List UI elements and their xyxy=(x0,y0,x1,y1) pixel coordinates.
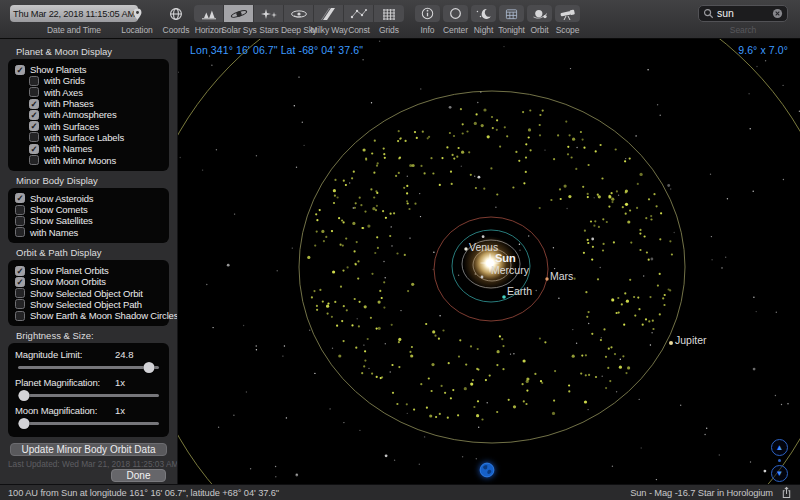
checked-checkbox[interactable]: ✓ xyxy=(15,277,25,287)
checkbox-show-selected-object-orbit[interactable]: Show Selected Object Orbit xyxy=(15,287,162,298)
info-button[interactable] xyxy=(415,5,440,22)
checkbox-label: with Phases xyxy=(44,98,94,109)
last-updated-text: Last Updated: Wed Mar 21, 2018 11:25:03 … xyxy=(8,459,169,469)
jupiter-dot[interactable] xyxy=(669,341,673,345)
done-button[interactable]: Done xyxy=(111,469,166,482)
checked-checkbox[interactable]: ✓ xyxy=(29,99,39,109)
checked-checkbox[interactable]: ✓ xyxy=(15,266,25,276)
moon-magnification-slider[interactable] xyxy=(18,422,159,425)
unchecked-checkbox[interactable] xyxy=(15,227,25,237)
slider-thumb[interactable] xyxy=(18,418,29,429)
search-value: sun xyxy=(717,6,769,21)
label-sun: Sun xyxy=(495,252,516,264)
tonight-button[interactable] xyxy=(499,5,524,22)
checkbox-show-planet-orbits[interactable]: ✓Show Planet Orbits xyxy=(15,265,162,276)
scope-button[interactable] xyxy=(555,5,580,22)
night-button[interactable] xyxy=(471,5,496,22)
earth-home-button[interactable] xyxy=(479,462,495,478)
pan-up-button[interactable]: ▲ xyxy=(771,439,788,456)
deep-sky-button[interactable] xyxy=(284,5,314,22)
center-label: Center xyxy=(443,25,468,35)
checked-checkbox[interactable]: ✓ xyxy=(15,193,25,203)
milky-way-label: Milky Way xyxy=(310,25,348,35)
unchecked-checkbox[interactable] xyxy=(15,205,25,215)
checkbox-with-minor-moons[interactable]: with Minor Moons xyxy=(15,154,162,165)
view-mode-segments: Horizon Solar Sys Stars Deep Sky xyxy=(194,5,404,35)
unchecked-checkbox[interactable] xyxy=(29,155,39,165)
saturn-icon xyxy=(230,8,248,20)
unchecked-checkbox[interactable] xyxy=(15,299,25,309)
checked-checkbox[interactable]: ✓ xyxy=(15,65,25,75)
galaxy-icon xyxy=(290,8,308,20)
checked-checkbox[interactable]: ✓ xyxy=(29,121,39,131)
unchecked-checkbox[interactable] xyxy=(15,288,25,298)
solar-sys-button[interactable] xyxy=(224,5,254,22)
milky-way-button[interactable] xyxy=(314,5,344,22)
checkbox-show-moon-orbits[interactable]: ✓Show Moon Orbits xyxy=(15,276,162,287)
checkbox-with-names[interactable]: with Names xyxy=(15,227,162,238)
unchecked-checkbox[interactable] xyxy=(29,87,39,97)
segment-horizon: Horizon xyxy=(194,5,224,35)
coords-button[interactable] xyxy=(169,5,183,22)
mercury-dot[interactable] xyxy=(481,276,484,279)
datetime-label: Date and Time xyxy=(47,25,101,35)
unchecked-checkbox[interactable] xyxy=(15,311,25,321)
unchecked-checkbox[interactable] xyxy=(15,216,25,226)
checked-checkbox[interactable]: ✓ xyxy=(29,110,39,120)
checkbox-with-grids[interactable]: with Grids xyxy=(15,75,162,86)
slider-thumb[interactable] xyxy=(18,390,29,401)
checked-checkbox[interactable]: ✓ xyxy=(29,144,39,154)
checkbox-show-selected-object-path[interactable]: Show Selected Object Path xyxy=(15,299,162,310)
checkbox-show-asteroids[interactable]: ✓Show Asteroids xyxy=(15,193,162,204)
clear-search-icon[interactable] xyxy=(772,8,783,19)
planet-magnification-slider[interactable] xyxy=(18,394,159,397)
mars-dot[interactable] xyxy=(545,277,548,280)
earth-dot[interactable] xyxy=(502,295,506,299)
checkbox-label: with Surfaces xyxy=(44,121,99,132)
checkbox-show-satellites[interactable]: Show Satellites xyxy=(15,215,162,226)
checkbox-with-phases[interactable]: ✓with Phases xyxy=(15,98,162,109)
checkbox-show-planets[interactable]: ✓Show Planets xyxy=(15,64,162,75)
checkbox-with-surface-labels[interactable]: with Surface Labels xyxy=(15,132,162,143)
share-icon[interactable] xyxy=(781,486,792,499)
night-moon-icon xyxy=(475,8,492,20)
pan-down-button[interactable]: ▼ xyxy=(771,465,788,482)
constellation-button[interactable] xyxy=(344,5,374,22)
planet-moon-display-group: ✓Show Planetswith Gridswith Axes✓with Ph… xyxy=(8,59,169,171)
unchecked-checkbox[interactable] xyxy=(29,132,39,142)
toolbar: Thu Mar 22, 2018 11:15:05 AM Date and Ti… xyxy=(0,0,800,39)
moon-magnification-label: Moon Magnification: xyxy=(15,405,115,416)
sky-view[interactable]: Lon 341° 16' 06.7" Lat -68° 04' 37.6" 9.… xyxy=(178,38,800,484)
horizon-button[interactable] xyxy=(194,5,224,22)
center-group: Center xyxy=(442,5,469,35)
segment-solar-sys: Solar Sys xyxy=(224,5,254,35)
magnitude-limit-slider[interactable] xyxy=(18,366,159,369)
checkbox-label: with Surface Labels xyxy=(44,132,124,143)
grids-button[interactable] xyxy=(374,5,404,22)
globe-coords-icon xyxy=(169,7,183,21)
checkbox-with-axes[interactable]: with Axes xyxy=(15,87,162,98)
checkbox-with-surfaces[interactable]: ✓with Surfaces xyxy=(15,120,162,131)
coords-group: Coords xyxy=(158,5,194,35)
center-button[interactable] xyxy=(443,5,468,22)
section-title-minor-body: Minor Body Display xyxy=(16,175,169,186)
magnitude-limit-value: 24.8 xyxy=(115,349,134,360)
stars-button[interactable] xyxy=(254,5,284,22)
const-label: Const xyxy=(348,25,370,35)
slider-thumb[interactable] xyxy=(144,362,155,373)
info-group: Info xyxy=(414,5,441,35)
section-title-brightness-size: Brightness & Size: xyxy=(16,330,169,341)
checkbox-show-comets[interactable]: Show Comets xyxy=(15,204,162,215)
update-minor-body-orbit-data-button[interactable]: Update Minor Body Orbit Data xyxy=(10,443,167,456)
section-title-orbit-path: Orbit & Path Display xyxy=(16,247,169,258)
search-input[interactable]: sun xyxy=(698,5,788,22)
unchecked-checkbox[interactable] xyxy=(29,76,39,86)
location-button[interactable] xyxy=(132,5,143,22)
label-venus: Venus xyxy=(469,241,498,253)
checkbox-with-atmospheres[interactable]: ✓with Atmospheres xyxy=(15,109,162,120)
orbit-button[interactable] xyxy=(527,5,552,22)
checkbox-show-earth-moon-shadow-circles[interactable]: Show Earth & Moon Shadow Circles xyxy=(15,310,162,321)
checkbox-with-names[interactable]: ✓with Names xyxy=(15,143,162,154)
earth-globe-icon xyxy=(479,462,495,478)
status-left-text: 100 AU from Sun at longitude 161° 16' 06… xyxy=(8,488,279,498)
